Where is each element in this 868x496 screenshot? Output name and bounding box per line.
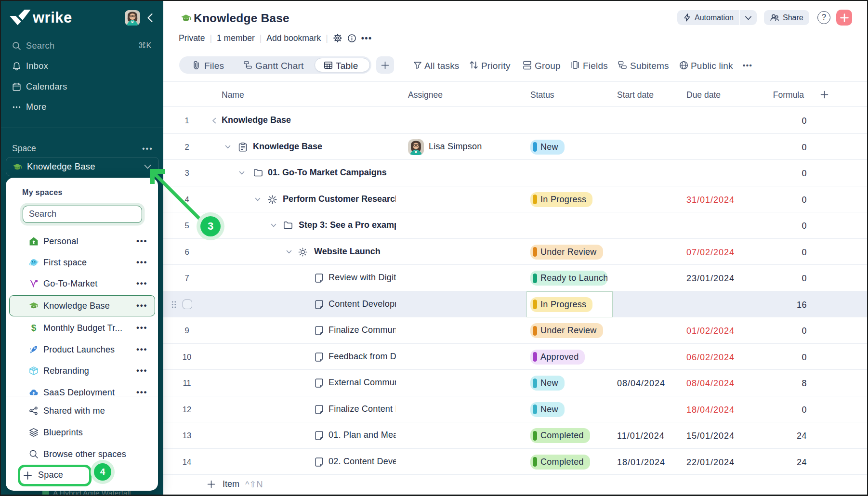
svg-text:$: $ <box>31 323 37 333</box>
svg-text:wrike: wrike <box>32 10 72 26</box>
